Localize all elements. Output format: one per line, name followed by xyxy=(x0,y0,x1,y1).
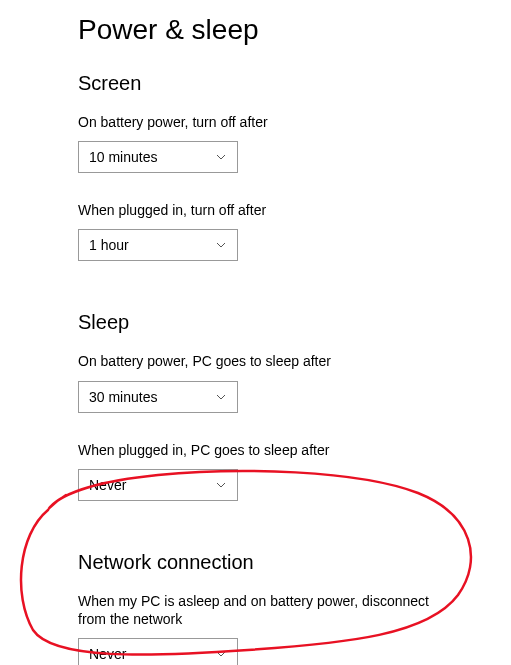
sleep-section: Sleep On battery power, PC goes to sleep… xyxy=(78,311,511,500)
screen-battery-dropdown[interactable]: 10 minutes xyxy=(78,141,238,173)
chevron-down-icon xyxy=(215,151,227,163)
chevron-down-icon xyxy=(215,479,227,491)
page-title: Power & sleep xyxy=(78,14,511,46)
network-disconnect-label: When my PC is asleep and on battery powe… xyxy=(78,592,448,628)
screen-battery-field: On battery power, turn off after 10 minu… xyxy=(78,113,511,173)
sleep-battery-label: On battery power, PC goes to sleep after xyxy=(78,352,448,370)
screen-battery-value: 10 minutes xyxy=(89,149,215,165)
screen-plugged-dropdown[interactable]: 1 hour xyxy=(78,229,238,261)
network-disconnect-dropdown[interactable]: Never xyxy=(78,638,238,665)
network-disconnect-field: When my PC is asleep and on battery powe… xyxy=(78,592,511,665)
chevron-down-icon xyxy=(215,391,227,403)
network-disconnect-value: Never xyxy=(89,646,215,662)
sleep-battery-value: 30 minutes xyxy=(89,389,215,405)
sleep-plugged-field: When plugged in, PC goes to sleep after … xyxy=(78,441,511,501)
screen-section-title: Screen xyxy=(78,72,511,95)
sleep-battery-dropdown[interactable]: 30 minutes xyxy=(78,381,238,413)
sleep-plugged-dropdown[interactable]: Never xyxy=(78,469,238,501)
sleep-battery-field: On battery power, PC goes to sleep after… xyxy=(78,352,511,412)
network-section-title: Network connection xyxy=(78,551,511,574)
chevron-down-icon xyxy=(215,239,227,251)
screen-plugged-value: 1 hour xyxy=(89,237,215,253)
chevron-down-icon xyxy=(215,648,227,660)
settings-panel: Power & sleep Screen On battery power, t… xyxy=(0,0,511,665)
screen-battery-label: On battery power, turn off after xyxy=(78,113,448,131)
screen-plugged-field: When plugged in, turn off after 1 hour xyxy=(78,201,511,261)
sleep-section-title: Sleep xyxy=(78,311,511,334)
screen-plugged-label: When plugged in, turn off after xyxy=(78,201,448,219)
sleep-plugged-value: Never xyxy=(89,477,215,493)
network-section: Network connection When my PC is asleep … xyxy=(78,551,511,665)
screen-section: Screen On battery power, turn off after … xyxy=(78,72,511,261)
sleep-plugged-label: When plugged in, PC goes to sleep after xyxy=(78,441,448,459)
